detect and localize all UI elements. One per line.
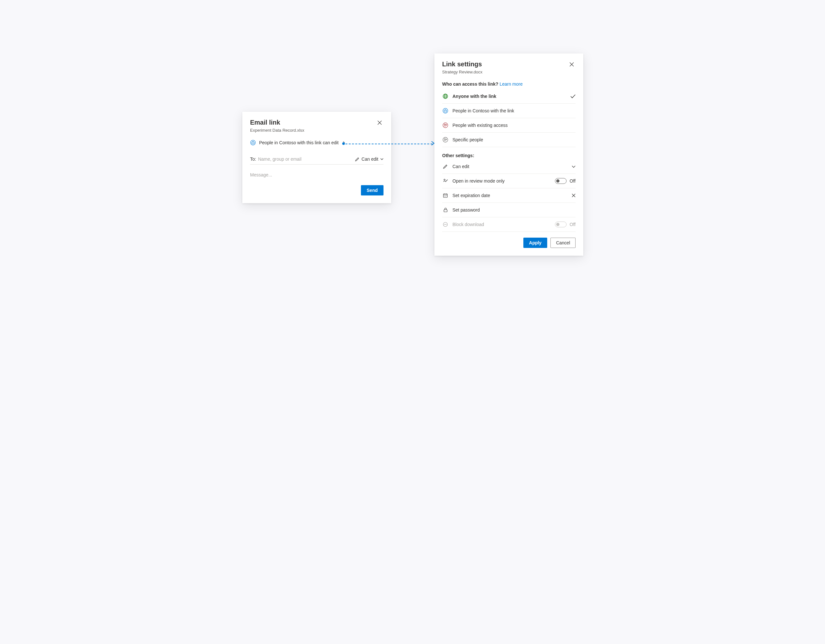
to-placeholder: Name, group or email xyxy=(258,157,355,162)
connector-dot xyxy=(342,142,345,145)
to-label: To: xyxy=(250,157,256,162)
globe-icon xyxy=(442,93,449,100)
canvas: Email link Experiment Data Record.xlsx P… xyxy=(214,0,611,314)
svg-point-0 xyxy=(250,140,255,145)
permission-label: Can edit xyxy=(362,157,379,162)
option-label: Specific people xyxy=(453,137,576,142)
link-settings-dialog: Link settings Strategy Review.docx Who c… xyxy=(434,54,583,256)
close-icon xyxy=(569,62,574,67)
other-review-mode[interactable]: Open in review mode only Off xyxy=(442,174,576,188)
other-expiration[interactable]: Set expiration date xyxy=(442,188,576,203)
message-placeholder: Message... xyxy=(250,172,272,177)
access-heading-text: Who can access this link? xyxy=(442,82,498,86)
cancel-button[interactable]: Cancel xyxy=(550,238,576,248)
block-download-toggle xyxy=(555,222,567,227)
close-button[interactable] xyxy=(568,60,576,68)
svg-point-10 xyxy=(444,139,445,140)
apply-button[interactable]: Apply xyxy=(523,238,547,248)
close-button[interactable] xyxy=(376,119,383,126)
access-heading: Who can access this link? Learn more xyxy=(434,78,583,89)
password-label: Set password xyxy=(453,207,576,213)
option-label: Anyone with the link xyxy=(453,94,570,99)
send-button[interactable]: Send xyxy=(361,185,383,196)
review-icon xyxy=(442,178,449,184)
svg-point-11 xyxy=(446,139,446,140)
checkmark-icon xyxy=(570,94,576,99)
link-scope-button[interactable]: People in Contoso with this link can edi… xyxy=(243,137,391,149)
svg-point-4 xyxy=(443,108,448,113)
option-existing[interactable]: People with existing access xyxy=(442,118,576,132)
email-link-dialog: Email link Experiment Data Record.xlsx P… xyxy=(243,112,391,203)
svg-point-8 xyxy=(446,125,446,126)
learn-more-link[interactable]: Learn more xyxy=(499,82,523,86)
svg-rect-14 xyxy=(444,210,447,212)
option-label: People with existing access xyxy=(453,123,576,128)
other-password[interactable]: Set password xyxy=(442,203,576,217)
block-download-state: Off xyxy=(570,222,576,227)
permission-dropdown[interactable]: Can edit xyxy=(355,157,383,162)
option-specific[interactable]: Specific people xyxy=(442,132,576,147)
chevron-down-icon xyxy=(572,165,576,168)
expiration-label: Set expiration date xyxy=(453,193,572,198)
settings-dialog-title: Link settings xyxy=(442,60,482,68)
close-icon xyxy=(572,194,576,197)
connector-line xyxy=(346,143,433,144)
block-download-label: Block download xyxy=(453,222,555,227)
message-field[interactable]: Message... xyxy=(243,165,391,177)
pencil-icon xyxy=(355,157,360,162)
review-mode-toggle[interactable] xyxy=(555,178,567,184)
other-can-edit[interactable]: Can edit xyxy=(442,159,576,174)
svg-point-12 xyxy=(444,179,445,180)
people-icon xyxy=(442,122,449,128)
to-field[interactable]: To: Name, group or email Can edit xyxy=(250,157,383,165)
email-dialog-title: Email link xyxy=(250,119,280,126)
svg-point-7 xyxy=(444,124,445,125)
option-anyone[interactable]: Anyone with the link xyxy=(442,89,576,104)
clear-expiration-button[interactable] xyxy=(572,194,576,197)
email-filename: Experiment Data Record.xlsx xyxy=(243,128,391,137)
other-block-download: Block download Off xyxy=(442,217,576,232)
block-icon xyxy=(442,221,449,228)
calendar-icon xyxy=(442,192,449,199)
chevron-down-icon xyxy=(380,158,383,160)
svg-rect-5 xyxy=(444,110,446,112)
option-label: People in Contoso with the link xyxy=(453,108,576,113)
review-mode-label: Open in review mode only xyxy=(453,179,555,183)
settings-filename: Strategy Review.docx xyxy=(434,69,583,78)
other-heading: Other settings: xyxy=(434,153,583,159)
pencil-icon xyxy=(442,163,449,170)
lock-icon xyxy=(442,207,449,213)
svg-point-9 xyxy=(443,137,448,142)
briefcase-icon xyxy=(250,140,256,146)
close-icon xyxy=(377,120,382,125)
option-org[interactable]: People in Contoso with the link xyxy=(442,104,576,118)
link-scope-label: People in Contoso with this link can edi… xyxy=(259,140,339,145)
briefcase-icon xyxy=(442,108,449,114)
people-icon xyxy=(442,137,449,143)
review-mode-state: Off xyxy=(570,179,576,183)
svg-point-6 xyxy=(443,123,448,128)
svg-rect-1 xyxy=(252,142,254,143)
can-edit-label: Can edit xyxy=(453,164,572,169)
